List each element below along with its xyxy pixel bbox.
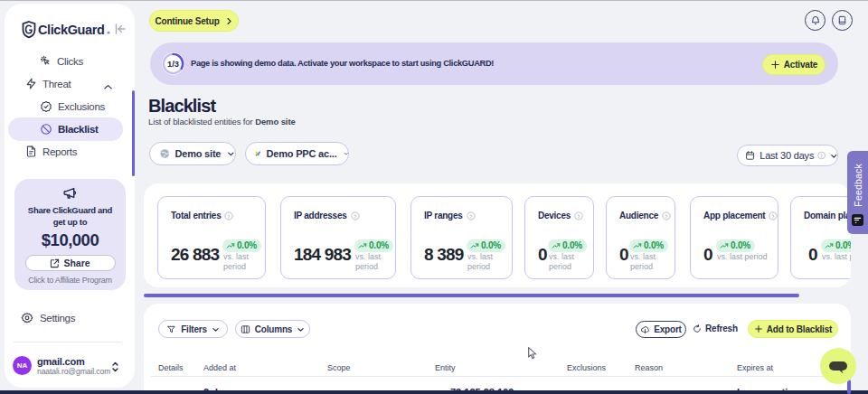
svg-text:ClickGuard: ClickGuard (38, 23, 104, 37)
svg-text:1/3: 1/3 (167, 59, 179, 68)
